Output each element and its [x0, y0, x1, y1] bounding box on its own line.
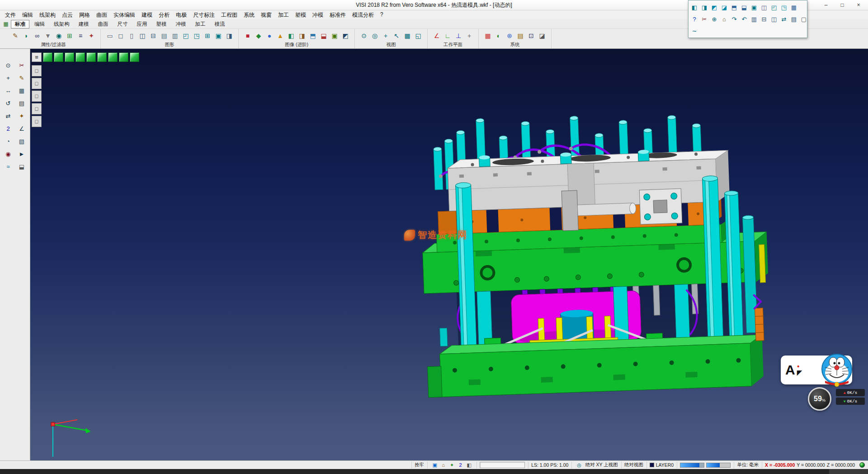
palette-icon[interactable]: ✂: [699, 13, 709, 25]
left-toolbar-icon[interactable]: ▧: [16, 136, 27, 147]
left-toolbar-icon[interactable]: ⇄: [3, 110, 14, 121]
palette-icon[interactable]: ▤: [789, 13, 799, 25]
view-cube-icon[interactable]: [119, 52, 128, 62]
toolbar-icon[interactable]: ◩: [340, 30, 351, 41]
toolbar-icon[interactable]: ▤: [159, 30, 170, 41]
tab-application[interactable]: 应用: [133, 20, 151, 28]
palette-icon[interactable]: ◳: [779, 1, 789, 13]
toolbar-icon[interactable]: ▲: [275, 30, 286, 41]
view-mode[interactable]: 绝对 XY 上视图: [585, 462, 618, 468]
toolbar-icon[interactable]: ▦: [402, 30, 413, 41]
palette-icon[interactable]: ▣: [749, 1, 759, 13]
left-toolbar-icon[interactable]: ▤: [16, 98, 27, 109]
menu-item[interactable]: 尺寸标注: [190, 10, 218, 20]
toolbar-icon[interactable]: ✦: [86, 30, 97, 41]
tab-standard[interactable]: 标准: [11, 20, 29, 28]
toolbar-icon[interactable]: ∟: [442, 30, 453, 41]
menu-item[interactable]: 文件: [2, 10, 19, 20]
tab-dimension[interactable]: 尺寸: [113, 20, 132, 28]
toolbar-icon[interactable]: ▤: [515, 30, 526, 41]
toolbar-icon[interactable]: ■: [242, 30, 253, 41]
palette-icon[interactable]: ◨: [699, 1, 709, 13]
tab-flow[interactable]: 模流: [211, 20, 229, 28]
tab-modeling[interactable]: 建模: [75, 20, 93, 28]
menu-item[interactable]: 塑模: [292, 10, 309, 20]
percent-ball[interactable]: 59 %: [808, 387, 831, 411]
menu-item[interactable]: 点云: [59, 10, 76, 20]
toolbar-icon[interactable]: ◳: [191, 30, 202, 41]
zoom-icon[interactable]: ◎: [575, 462, 583, 469]
left-toolbar-icon[interactable]: ∠: [16, 123, 27, 134]
viewport-nav-icon[interactable]: ◻: [32, 65, 42, 76]
minimize-button[interactable]: –: [818, 0, 834, 9]
toolbar-icon[interactable]: ◉: [53, 30, 64, 41]
mold-model-3d[interactable]: [30, 49, 868, 460]
palette-icon[interactable]: ⊟: [759, 13, 769, 25]
viewport-nav-icon[interactable]: ◻: [32, 90, 42, 102]
toolbar-icon[interactable]: ◻: [115, 30, 126, 41]
toolbar-icon[interactable]: ◨: [224, 30, 235, 41]
snap-toggle[interactable]: 拴牢: [411, 462, 427, 469]
palette-icon[interactable]: ▢: [799, 13, 809, 25]
left-toolbar-icon[interactable]: ◉: [3, 148, 14, 159]
palette-icon[interactable]: ↷: [729, 13, 739, 25]
toolbar-icon[interactable]: ⊛: [504, 30, 515, 41]
toolbar-icon[interactable]: ◆: [253, 30, 264, 41]
toolbar-icon[interactable]: ⊡: [526, 30, 537, 41]
menu-item[interactable]: 视窗: [258, 10, 275, 20]
toolbar-icon[interactable]: ⊞: [64, 30, 75, 41]
toolbar-icon[interactable]: ◨: [297, 30, 307, 41]
toolbar-icon[interactable]: ◱: [413, 30, 424, 41]
tab-progress[interactable]: 冲模: [172, 20, 190, 28]
menu-item[interactable]: 网格: [76, 10, 93, 20]
left-toolbar-icon[interactable]: ✎: [16, 72, 27, 83]
palette-icon[interactable]: ?: [689, 13, 699, 25]
palette-icon[interactable]: ∼: [689, 25, 699, 37]
menu-item[interactable]: 编辑: [19, 10, 36, 20]
toolbar-icon[interactable]: ∠: [431, 30, 442, 41]
menu-item[interactable]: 冲模: [309, 10, 326, 20]
palette-icon[interactable]: ▦: [789, 1, 799, 13]
toolbar-icon[interactable]: ↖: [391, 30, 402, 41]
view-cube-icon[interactable]: [108, 52, 118, 62]
menu-item[interactable]: 建模: [138, 10, 156, 20]
palette-icon[interactable]: ◪: [719, 1, 729, 13]
toolbar-icon[interactable]: ⊞: [202, 30, 213, 41]
toolbar-icon[interactable]: ▣: [329, 30, 340, 41]
toolbar-icon[interactable]: ●: [264, 30, 275, 41]
menu-item[interactable]: 标准件: [326, 10, 349, 20]
toolbar-icon[interactable]: ⊟: [148, 30, 159, 41]
status-input-field[interactable]: [480, 462, 525, 468]
tab-mould[interactable]: 塑模: [152, 20, 171, 28]
menu-item[interactable]: 系统: [241, 10, 258, 20]
palette-icon[interactable]: ↶: [739, 13, 749, 25]
left-toolbar-icon[interactable]: ►: [16, 148, 27, 159]
viewport-3d[interactable]: ≡ ◻◻◻◻◻ 智造资料网: [30, 49, 868, 460]
menu-item[interactable]: 线架构: [36, 10, 59, 20]
menu-item[interactable]: 工程图: [218, 10, 241, 20]
toolbar-icon[interactable]: ⬒: [307, 30, 318, 41]
toolbar-icon[interactable]: ◪: [537, 30, 547, 41]
left-toolbar-icon[interactable]: ◔: [3, 136, 14, 147]
toolbar-icon[interactable]: ≡: [75, 30, 86, 41]
left-toolbar-icon[interactable]: ⬓: [16, 161, 27, 172]
palette-icon[interactable]: ▥: [749, 13, 759, 25]
view-cube-icon[interactable]: [75, 52, 85, 62]
palette-icon[interactable]: ◫: [759, 1, 769, 13]
menu-item[interactable]: 加工: [275, 10, 292, 20]
menu-item[interactable]: 电极: [173, 10, 190, 20]
toolbar-icon[interactable]: ◰: [180, 30, 191, 41]
palette-icon[interactable]: ⬒: [729, 1, 739, 13]
palette-icon[interactable]: ◰: [769, 1, 779, 13]
toolbar-icon[interactable]: ⬓: [318, 30, 329, 41]
status-icon[interactable]: 2: [456, 462, 465, 469]
tab-edit[interactable]: 编辑: [30, 20, 49, 28]
left-toolbar-icon[interactable]: ≈: [3, 161, 14, 172]
viewport-nav-icon[interactable]: ◻: [32, 103, 42, 114]
toolbar-icon[interactable]: +: [380, 30, 391, 41]
absolute-view[interactable]: 绝对视图: [621, 462, 646, 469]
close-button[interactable]: ×: [851, 0, 866, 9]
toolbar-icon[interactable]: ▼: [42, 30, 53, 41]
toolbar-icon[interactable]: ⊙: [359, 30, 369, 41]
viewport-nav-icon[interactable]: ◻: [32, 78, 42, 89]
